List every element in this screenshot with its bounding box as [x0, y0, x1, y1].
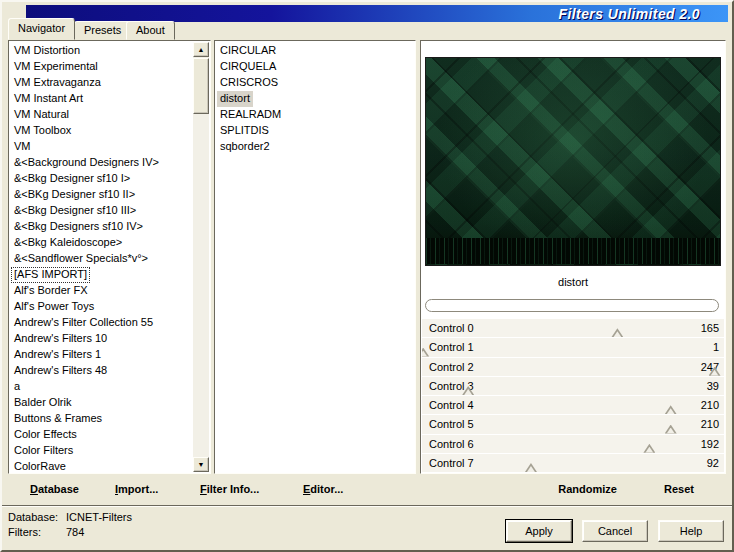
preview-panel: distort Control 0 165 Control 1 1 Contro… — [420, 40, 726, 474]
category-list[interactable]: VM DistortionVM ExperimentalVM Extravaga… — [11, 43, 192, 471]
category-scrollbar[interactable]: ▲ ▼ — [193, 42, 209, 472]
selected-filter-label: distort — [421, 273, 725, 291]
control-value: 1 — [713, 341, 719, 353]
category-item[interactable]: &<Sandflower Specials*v°> — [11, 251, 151, 267]
slider-thumb-icon[interactable] — [525, 463, 537, 472]
filter-item[interactable]: CRISCROS — [217, 75, 281, 91]
filter-item[interactable]: CIRQUELA — [217, 59, 279, 75]
control-value: 165 — [701, 322, 719, 334]
control-slider-row[interactable]: Control 7 92 — [422, 454, 724, 472]
tab-presets[interactable]: Presets — [74, 21, 131, 40]
slider-thumb-icon[interactable] — [643, 444, 655, 453]
slider-thumb-icon[interactable] — [665, 405, 677, 414]
editor-button[interactable]: Editor... — [303, 483, 343, 499]
filters-unlimited-dialog: Filters Unlimited 2.0 Navigator Presets … — [0, 0, 734, 552]
control-value: 210 — [701, 399, 719, 411]
title-banner: Filters Unlimited 2.0 — [26, 5, 728, 22]
category-item[interactable]: VM Experimental — [11, 59, 101, 75]
control-label: Control 0 — [429, 322, 474, 334]
category-item[interactable]: VM — [11, 139, 34, 155]
status-filters-value: 784 — [66, 526, 84, 538]
category-item[interactable]: [AFS IMPORT] — [11, 267, 90, 283]
category-item[interactable]: &<Bkg Designer sf10 III> — [11, 203, 139, 219]
status-database-value: ICNET-Filters — [66, 511, 132, 523]
category-item[interactable]: &<Bkg Designer sf10 I> — [11, 171, 133, 187]
filter-item[interactable]: sqborder2 — [217, 139, 273, 155]
slider-thumb-icon[interactable] — [611, 328, 623, 337]
control-slider-row[interactable]: Control 1 1 — [422, 338, 724, 357]
database-button[interactable]: Database — [30, 483, 79, 499]
control-label: Control 2 — [429, 361, 474, 373]
control-label: Control 7 — [429, 457, 474, 469]
status-database-label: Database: — [8, 511, 58, 523]
tab-about[interactable]: About — [126, 21, 175, 40]
filter-info-button-accel: F — [200, 483, 207, 495]
category-item[interactable]: &<Background Designers IV> — [11, 155, 162, 171]
scroll-down-icon[interactable]: ▼ — [193, 457, 209, 472]
reset-button[interactable]: Reset — [664, 483, 694, 499]
filter-info-button[interactable]: Filter Info... — [200, 483, 259, 499]
separator-line — [2, 505, 732, 507]
control-slider-row[interactable]: Control 2 247 — [422, 358, 724, 377]
database-button-label: atabase — [38, 483, 79, 495]
category-item[interactable]: VM Distortion — [11, 43, 83, 59]
filter-listbox: CIRCULARCIRQUELACRISCROSdistortREALRADMS… — [214, 40, 416, 474]
control-slider-row[interactable]: Control 6 192 — [422, 435, 724, 454]
filter-item[interactable]: distort — [217, 91, 253, 107]
category-item[interactable]: Andrew's Filters 48 — [11, 363, 110, 379]
category-item[interactable]: VM Instant Art — [11, 91, 86, 107]
help-button[interactable]: Help — [658, 520, 724, 542]
category-item[interactable]: Andrew's Filter Collection 55 — [11, 315, 156, 331]
preview-bottom-band — [426, 238, 720, 264]
control-value: 210 — [701, 418, 719, 430]
control-value: 92 — [707, 457, 719, 469]
database-button-accel: D — [30, 483, 38, 495]
category-item[interactable]: Andrew's Filters 1 — [11, 347, 104, 363]
control-label: Control 6 — [429, 438, 474, 450]
filter-list[interactable]: CIRCULARCIRQUELACRISCROSdistortREALRADMS… — [217, 43, 413, 471]
control-slider-row[interactable]: Control 5 210 — [422, 415, 724, 434]
preview-image — [425, 57, 721, 266]
category-item[interactable]: Buttons & Frames — [11, 411, 105, 427]
category-item[interactable]: VM Toolbox — [11, 123, 74, 139]
category-item[interactable]: VM Natural — [11, 107, 72, 123]
filter-item[interactable]: CIRCULAR — [217, 43, 279, 59]
control-label: Control 5 — [429, 418, 474, 430]
progress-bar — [425, 299, 719, 312]
import-button[interactable]: Import... — [115, 483, 158, 499]
category-item[interactable]: Balder Olrik — [11, 395, 74, 411]
randomize-button[interactable]: Randomize — [558, 483, 617, 499]
control-slider-row[interactable]: Control 4 210 — [422, 396, 724, 415]
control-value: 39 — [707, 380, 719, 392]
category-item[interactable]: ColorRave — [11, 459, 69, 471]
control-slider-row[interactable]: Control 0 165 — [422, 319, 724, 338]
category-item[interactable]: Andrew's Filters 10 — [11, 331, 110, 347]
status-filters-label: Filters: — [8, 526, 41, 538]
window-title: Filters Unlimited 2.0 — [559, 6, 700, 22]
category-item[interactable]: Alf's Power Toys — [11, 299, 97, 315]
control-slider-row[interactable]: Control 3 39 — [422, 377, 724, 396]
category-item[interactable]: &<Bkg Kaleidoscope> — [11, 235, 125, 251]
scroll-up-icon[interactable]: ▲ — [193, 42, 209, 57]
slider-thumb-icon[interactable] — [665, 425, 677, 434]
tab-navigator[interactable]: Navigator — [8, 18, 75, 40]
apply-button[interactable]: Apply — [506, 520, 572, 542]
controls-list: Control 0 165 Control 1 1 Control 2 247 … — [422, 319, 724, 472]
editor-button-label: ditor... — [310, 483, 343, 495]
scrollbar-thumb[interactable] — [193, 58, 209, 114]
category-listbox: VM DistortionVM ExperimentalVM Extravaga… — [8, 40, 211, 474]
category-item[interactable]: a — [11, 379, 23, 395]
category-item[interactable]: Color Filters — [11, 443, 76, 459]
category-item[interactable]: &<BKg Designer sf10 II> — [11, 187, 138, 203]
filter-item[interactable]: REALRADM — [217, 107, 284, 123]
control-value: 192 — [701, 438, 719, 450]
cancel-button[interactable]: Cancel — [582, 520, 648, 542]
category-item[interactable]: VM Extravaganza — [11, 75, 104, 91]
control-label: Control 1 — [429, 341, 474, 353]
category-item[interactable]: Color Effects — [11, 427, 80, 443]
category-item[interactable]: &<Bkg Designers sf10 IV> — [11, 219, 146, 235]
control-label: Control 4 — [429, 399, 474, 411]
import-button-label: mport... — [118, 483, 158, 495]
category-item[interactable]: Alf's Border FX — [11, 283, 91, 299]
filter-item[interactable]: SPLITDIS — [217, 123, 272, 139]
